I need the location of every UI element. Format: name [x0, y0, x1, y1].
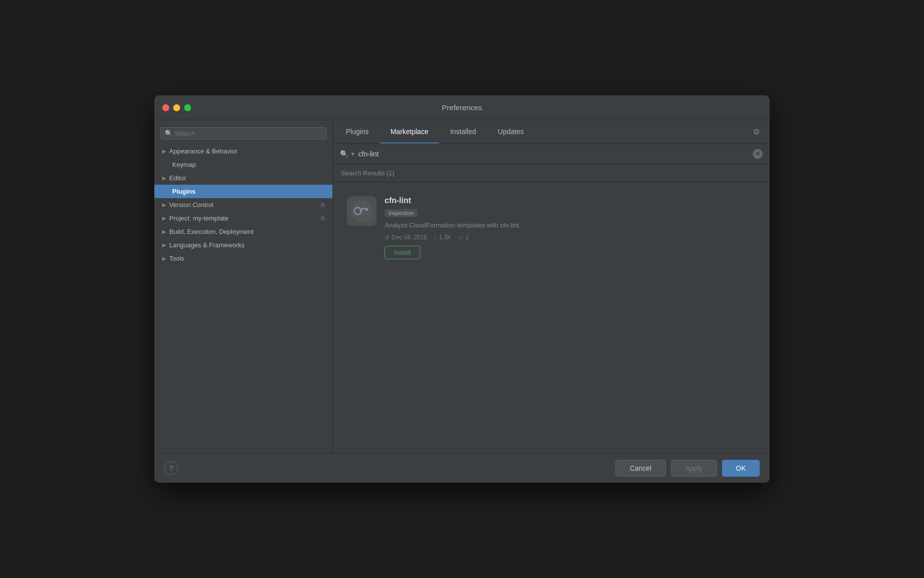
- plugin-card: cfn-lint Inspection Analyze CloudFormati…: [341, 190, 762, 265]
- sidebar-item-appearance[interactable]: ▶ Appearance & Behavior: [154, 144, 332, 158]
- sidebar-item-label: Project: my-template: [169, 215, 228, 222]
- right-panel: Plugins Marketplace Installed Updates ⚙ …: [333, 120, 770, 453]
- download-icon: ↓: [434, 234, 437, 241]
- tab-updates[interactable]: Updates: [487, 121, 534, 144]
- plugin-description: Analyze CloudFormation templates with cf…: [385, 221, 756, 230]
- arrow-icon: ▶: [162, 229, 166, 234]
- plugin-downloads: ↓ 1.3K: [434, 234, 451, 241]
- sidebar-item-build[interactable]: ▶ Build, Execution, Deployment: [154, 225, 332, 238]
- search-icon: 🔍: [340, 150, 348, 158]
- arrow-icon: ▶: [162, 256, 166, 261]
- sidebar-item-label: Languages & Frameworks: [169, 241, 245, 249]
- sidebar-item-label: Appearance & Behavior: [169, 147, 237, 155]
- sidebar-search-container[interactable]: 🔍: [160, 127, 327, 140]
- sidebar-item-label: Build, Execution, Deployment: [169, 228, 254, 235]
- plugin-stars: ☆ 1: [458, 234, 469, 241]
- sidebar-item-languages[interactable]: ▶ Languages & Frameworks: [154, 238, 332, 252]
- tab-plugins[interactable]: Plugins: [335, 121, 380, 144]
- sidebar-item-label: Version Control: [169, 201, 213, 209]
- ok-button[interactable]: OK: [722, 460, 760, 477]
- sidebar-item-tools[interactable]: ▶ Tools: [154, 252, 332, 265]
- footer-buttons: Cancel Apply OK: [615, 460, 760, 477]
- sidebar-item-editor[interactable]: ▶ Editor: [154, 171, 332, 185]
- main-content: 🔍 ▶ Appearance & Behavior Keymap ▶ Edito…: [154, 120, 770, 453]
- sidebar-search-icon: 🔍: [165, 130, 173, 137]
- window-title: Preferences: [442, 103, 482, 112]
- window-controls: [162, 104, 191, 111]
- tab-marketplace[interactable]: Marketplace: [380, 121, 439, 144]
- plugin-icon: [347, 196, 377, 226]
- footer: ? Cancel Apply OK: [154, 453, 770, 483]
- sidebar-item-label: Plugins: [172, 188, 196, 195]
- copy-icon: ⎘: [321, 202, 325, 209]
- cancel-button[interactable]: Cancel: [615, 460, 666, 477]
- arrow-icon: ▶: [162, 202, 166, 208]
- plugins-list: cfn-lint Inspection Analyze CloudFormati…: [333, 182, 770, 453]
- preferences-window: Preferences 🔍 ▶ Appearance & Behavior Ke…: [154, 95, 770, 483]
- sidebar-item-label: Tools: [169, 255, 184, 262]
- apply-button[interactable]: Apply: [671, 460, 717, 477]
- sidebar-item-plugins[interactable]: Plugins: [154, 185, 332, 198]
- arrow-icon: ▶: [162, 242, 166, 248]
- titlebar: Preferences: [154, 95, 770, 120]
- sidebar-item-label: Keymap: [172, 161, 196, 168]
- sidebar-item-version-control[interactable]: ▶ Version Control ⎘: [154, 198, 332, 212]
- plugin-date: ↺ Dec 04, 2018: [385, 234, 427, 241]
- sidebar-search-input[interactable]: [175, 130, 322, 137]
- arrow-icon: ▶: [162, 175, 166, 181]
- arrow-icon: ▶: [162, 216, 166, 221]
- close-button[interactable]: [162, 104, 169, 111]
- search-clear-button[interactable]: ✕: [753, 149, 763, 159]
- sidebar: 🔍 ▶ Appearance & Behavior Keymap ▶ Edito…: [154, 120, 333, 453]
- sidebar-item-keymap[interactable]: Keymap: [154, 158, 332, 171]
- clock-icon: ↺: [385, 234, 390, 241]
- plugin-search-bar: 🔍 ▾ ✕: [333, 144, 770, 164]
- sidebar-item-project[interactable]: ▶ Project: my-template ⎘: [154, 212, 332, 225]
- copy-icon: ⎘: [321, 215, 325, 222]
- tab-installed[interactable]: Installed: [439, 121, 487, 144]
- results-header: Search Results (1): [333, 164, 770, 182]
- plugin-name: cfn-lint: [385, 196, 756, 205]
- plugin-meta: ↺ Dec 04, 2018 ↓ 1.3K ☆ 1: [385, 234, 756, 241]
- plugin-info: cfn-lint Inspection Analyze CloudFormati…: [385, 196, 756, 259]
- settings-gear-icon[interactable]: ⚙: [745, 120, 768, 144]
- minimize-button[interactable]: [173, 104, 180, 111]
- plugin-tag: Inspection: [385, 209, 417, 217]
- star-icon: ☆: [458, 234, 463, 241]
- plugin-search-input[interactable]: [358, 150, 753, 158]
- arrow-icon: ▶: [162, 148, 166, 154]
- maximize-button[interactable]: [184, 104, 191, 111]
- tabs-bar: Plugins Marketplace Installed Updates ⚙: [333, 120, 770, 144]
- install-button[interactable]: Install: [385, 246, 420, 259]
- search-bar-inner: 🔍 ▾: [340, 150, 753, 158]
- sidebar-item-label: Editor: [169, 174, 186, 182]
- help-button[interactable]: ?: [164, 461, 178, 475]
- search-dropdown-arrow[interactable]: ▾: [351, 150, 354, 157]
- svg-point-2: [365, 208, 368, 211]
